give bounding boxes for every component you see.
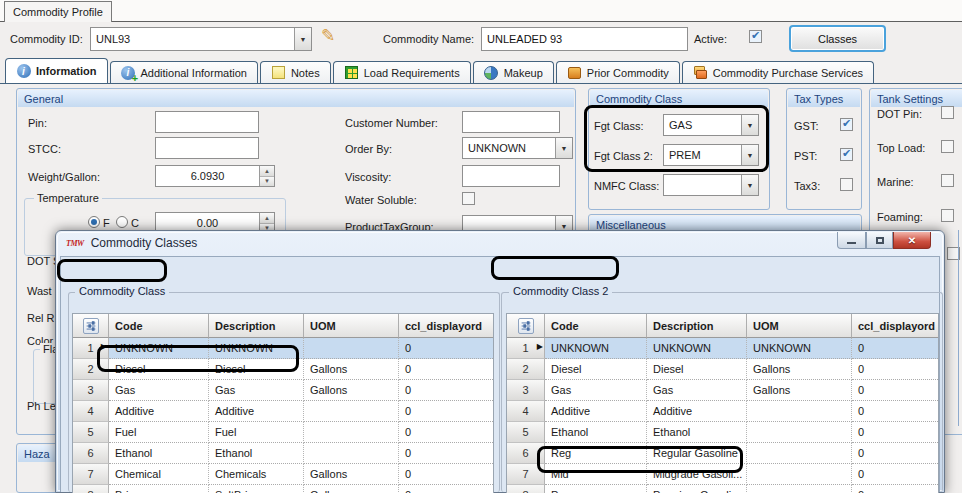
column-header[interactable]: UOM — [304, 314, 399, 338]
chevron-down-icon[interactable]: ▼ — [294, 28, 311, 50]
grid-cell[interactable]: Ethanol — [647, 422, 747, 443]
fgt-class-combo[interactable]: GAS ▼ — [663, 114, 759, 136]
edit-pencil-icon[interactable]: ✎ — [321, 25, 335, 46]
grid-cell[interactable]: UNKNOWN — [209, 338, 304, 359]
viscosity-input[interactable] — [463, 166, 559, 186]
table-row[interactable]: 2DieselDieselGallons0 — [507, 359, 938, 380]
commodity-name-input[interactable] — [482, 28, 687, 50]
dot-pin-checkbox[interactable] — [941, 106, 954, 119]
row-number[interactable]: 1▶ — [73, 338, 109, 359]
grid-cell[interactable]: Diesel — [209, 359, 304, 380]
table-row[interactable]: 6EthanolEthanol0 — [73, 443, 493, 464]
grid-cell[interactable] — [304, 422, 399, 443]
classes-button[interactable]: Classes — [789, 25, 886, 52]
grid-cell[interactable]: 0 — [399, 485, 494, 493]
customer-number-input[interactable] — [463, 112, 559, 132]
row-number[interactable]: 3 — [507, 380, 545, 401]
spinner-buttons[interactable]: ▲▼ — [259, 166, 274, 186]
grid-cell[interactable]: Diesel — [109, 359, 209, 380]
row-number[interactable]: 5 — [73, 422, 109, 443]
column-header[interactable]: Description — [209, 314, 304, 338]
grid-cell[interactable]: Gas — [545, 380, 647, 401]
table-row[interactable]: 8PremPremium Gasoline0 — [507, 485, 938, 493]
grid-cell[interactable]: Reg — [545, 443, 647, 464]
grid-cell[interactable]: UNKNOWN — [109, 338, 209, 359]
grid-cell[interactable]: Additive — [647, 401, 747, 422]
grid-cell[interactable]: 0 — [399, 359, 494, 380]
grid-cell[interactable]: Gas — [209, 380, 304, 401]
table-row[interactable]: 6RegRegular Gasoline0 — [507, 443, 938, 464]
gst-checkbox[interactable] — [840, 118, 853, 131]
table-row[interactable]: 1▶UNKNOWNUNKNOWN0 — [73, 338, 493, 359]
table-row[interactable]: 3GasGasGallons0 — [73, 380, 493, 401]
grid-cell[interactable]: Mid — [545, 464, 647, 485]
grid-cell[interactable]: 0 — [399, 338, 494, 359]
commodity-class2-grid[interactable]: CodeDescriptionUOMccl_displayord1▶UNKNOW… — [506, 313, 939, 493]
grid-cell[interactable]: 0 — [399, 464, 494, 485]
grid-cell[interactable]: Additive — [209, 401, 304, 422]
grid-cell[interactable]: 0 — [399, 443, 494, 464]
grid-cell[interactable] — [304, 338, 399, 359]
grid-cell[interactable]: 0 — [852, 422, 939, 443]
grid-cell[interactable]: SaltBrine — [209, 485, 304, 493]
tab-notes[interactable]: Notes — [260, 61, 331, 83]
grid-cell[interactable]: Diesel — [545, 359, 647, 380]
grid-cell[interactable]: Additive — [545, 401, 647, 422]
spin-down-icon[interactable]: ▼ — [260, 177, 274, 187]
tab-information[interactable]: i Information — [5, 58, 108, 83]
table-row[interactable]: 7ChemicalChemicalsGallons0 — [73, 464, 493, 485]
table-row[interactable]: 7MidMidgrade Gasoli...0 — [507, 464, 938, 485]
grid-cell[interactable]: 0 — [399, 422, 494, 443]
order-by-combo[interactable]: UNKNOWN ▼ — [462, 137, 573, 159]
chevron-down-icon[interactable]: ▼ — [741, 115, 758, 135]
grid-cell[interactable]: 0 — [852, 401, 939, 422]
column-header[interactable]: Description — [647, 314, 747, 338]
grid-cell[interactable] — [747, 485, 852, 493]
column-header[interactable]: Code — [545, 314, 647, 338]
table-row[interactable]: 3GasGasGallons0 — [507, 380, 938, 401]
row-number[interactable]: 7 — [507, 464, 545, 485]
fgt-class2-combo[interactable]: PREM ▼ — [663, 144, 759, 166]
pst-checkbox[interactable] — [840, 148, 853, 161]
row-number[interactable]: 6 — [507, 443, 545, 464]
grid-cell[interactable]: Ethanol — [109, 443, 209, 464]
row-number[interactable]: 2 — [507, 359, 545, 380]
nmfc-class-combo[interactable]: ▼ — [663, 174, 759, 196]
grid-cell[interactable] — [747, 443, 852, 464]
fahrenheit-radio[interactable] — [88, 216, 100, 228]
pin-input[interactable] — [156, 112, 258, 132]
grid-cell[interactable]: UNKNOWN — [545, 338, 647, 359]
chevron-down-icon[interactable]: ▼ — [741, 175, 758, 195]
table-row[interactable]: 4AdditiveAdditive0 — [507, 401, 938, 422]
marine-checkbox[interactable] — [941, 174, 954, 187]
table-row[interactable]: 1▶UNKNOWNUNKNOWNUNKNOWN0 — [507, 338, 938, 359]
active-checkbox[interactable] — [749, 30, 762, 43]
grid-cell[interactable]: UNKNOWN — [647, 338, 747, 359]
chevron-down-icon[interactable]: ▼ — [555, 138, 572, 158]
chevron-down-icon[interactable]: ▼ — [741, 145, 758, 165]
commodity-id-combo[interactable]: UNL93 ▼ — [90, 27, 312, 51]
grid-cell[interactable]: Diesel — [647, 359, 747, 380]
water-soluble-checkbox[interactable] — [462, 192, 475, 205]
tab-additional-information[interactable]: i Additional Information — [110, 61, 258, 83]
row-number[interactable]: 4 — [73, 401, 109, 422]
grid-cell[interactable] — [747, 401, 852, 422]
grid-cell[interactable]: Gallons — [304, 380, 399, 401]
grid-cell[interactable]: 0 — [399, 380, 494, 401]
top-load-checkbox[interactable] — [941, 140, 954, 153]
grid-cell[interactable]: UNKNOWN — [747, 338, 852, 359]
column-header[interactable]: ccl_displayord — [852, 314, 939, 338]
spin-up-icon[interactable]: ▲ — [260, 166, 274, 177]
grid-cell[interactable]: 0 — [852, 359, 939, 380]
column-header[interactable]: ccl_displayord — [399, 314, 494, 338]
column-customize-icon[interactable] — [507, 314, 545, 338]
commodity-class-grid[interactable]: CodeDescriptionUOMccl_displayord1▶UNKNOW… — [72, 313, 494, 493]
grid-cell[interactable]: 0 — [852, 443, 939, 464]
grid-cell[interactable] — [747, 422, 852, 443]
grid-cell[interactable]: Premium Gasoline — [647, 485, 747, 493]
table-row[interactable]: 5FuelFuel0 — [73, 422, 493, 443]
grid-cell[interactable]: Gallons — [304, 464, 399, 485]
celsius-radio[interactable] — [116, 216, 128, 228]
minimize-button[interactable] — [837, 232, 866, 249]
grid-cell[interactable]: Fuel — [109, 422, 209, 443]
